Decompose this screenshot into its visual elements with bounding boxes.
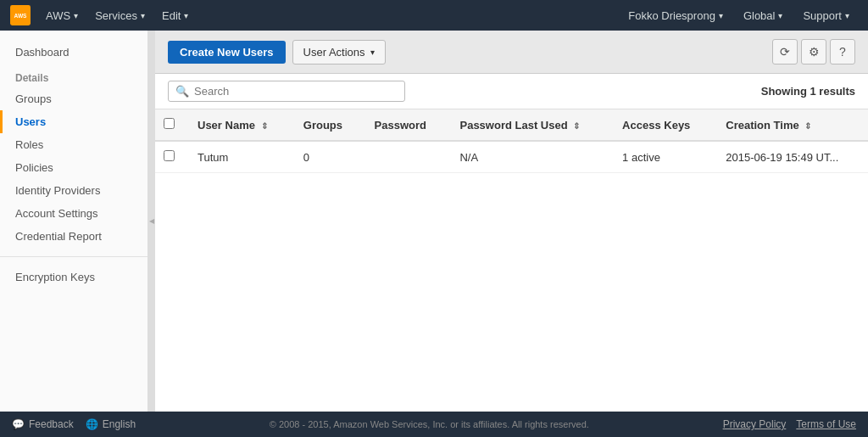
create-users-button[interactable]: Create New Users [168,41,286,64]
select-all-header [155,109,186,141]
main-layout: Dashboard Details Groups Users Roles Pol… [0,31,868,412]
sidebar-item-credential-report[interactable]: Credential Report [0,225,147,248]
sidebar: Dashboard Details Groups Users Roles Pol… [0,31,148,412]
refresh-icon: ⟳ [780,45,790,59]
nav-edit-button[interactable]: Edit ▾ [153,0,197,31]
table-header: User Name ⇕ Groups Password Password Las… [155,109,868,141]
nav-aws-button[interactable]: AWS ▾ [37,0,86,31]
region-caret-icon: ▾ [778,11,782,20]
sort-icon-creation-time: ⇕ [804,121,811,131]
cell-creation-time: 2015-06-19 15:49 UT... [714,141,868,173]
col-header-creation-time[interactable]: Creation Time ⇕ [714,109,868,141]
footer-left: 💬 Feedback 🌐 English [12,418,136,430]
toolbar-right-icons: ⟳ ⚙ ? [772,39,855,64]
sidebar-item-users[interactable]: Users [0,110,147,133]
help-icon: ? [839,45,846,59]
privacy-policy-link[interactable]: Privacy Policy [723,418,787,430]
user-caret-icon: ▾ [719,11,723,20]
gear-icon: ⚙ [809,45,820,59]
cell-password-last-used: N/A [448,141,610,173]
content-area: Create New Users User Actions ▾ ⟳ ⚙ ? 🔍 [155,31,868,412]
footer-copyright: © 2008 - 2015, Amazon Web Services, Inc.… [136,419,723,429]
top-navigation: AWS AWS ▾ Services ▾ Edit ▾ Fokko Driesp… [0,0,868,31]
user-actions-caret-icon: ▾ [370,48,375,57]
toolbar: Create New Users User Actions ▾ ⟳ ⚙ ? [155,31,868,74]
svg-text:AWS: AWS [14,13,27,19]
sidebar-item-account-settings[interactable]: Account Settings [0,202,147,225]
nav-support-button[interactable]: Support ▾ [794,0,858,31]
table-row[interactable]: Tutum 0 N/A 1 active 2015-06-19 15:49 UT… [155,141,868,173]
sort-icon-password-last-used: ⇕ [573,121,580,131]
refresh-button[interactable]: ⟳ [772,39,798,64]
services-caret-icon: ▾ [141,11,145,20]
terms-of-use-link[interactable]: Terms of Use [796,418,856,430]
users-table-wrap: User Name ⇕ Groups Password Password Las… [155,109,868,412]
feedback-item[interactable]: 💬 Feedback [12,418,74,430]
search-input[interactable] [194,85,398,98]
aws-logo[interactable]: AWS [10,5,31,25]
search-input-wrap: 🔍 [168,81,405,102]
help-button[interactable]: ? [830,39,855,64]
sidebar-item-encryption-keys[interactable]: Encryption Keys [0,266,147,289]
footer: 💬 Feedback 🌐 English © 2008 - 2015, Amaz… [0,412,868,437]
select-all-checkbox[interactable] [164,118,175,129]
sort-icon-username: ⇕ [261,121,268,131]
search-bar: 🔍 Showing 1 results [155,74,868,109]
edit-caret-icon: ▾ [184,11,188,20]
nav-user-button[interactable]: Fokko Driesprong ▾ [620,0,732,31]
users-table: User Name ⇕ Groups Password Password Las… [155,109,868,173]
footer-right: Privacy Policy Terms of Use [723,418,856,430]
support-caret-icon: ▾ [845,11,849,20]
aws-caret-icon: ▾ [74,11,78,20]
col-header-password: Password [363,109,448,141]
search-icon: 🔍 [175,85,189,98]
nav-right-section: Fokko Driesprong ▾ Global ▾ Support ▾ [620,0,858,31]
user-actions-button[interactable]: User Actions ▾ [292,40,386,64]
col-header-username[interactable]: User Name ⇕ [186,109,292,141]
chat-icon: 💬 [12,418,25,430]
cell-username: Tutum [186,141,292,173]
table-body: Tutum 0 N/A 1 active 2015-06-19 15:49 UT… [155,141,868,173]
sidebar-item-groups[interactable]: Groups [0,87,147,110]
sidebar-item-dashboard[interactable]: Dashboard [0,41,147,64]
sidebar-divider [0,256,147,257]
row-checkbox-cell [155,141,186,173]
results-count: Showing 1 results [761,85,855,98]
col-header-password-last-used[interactable]: Password Last Used ⇕ [448,109,610,141]
nav-region-button[interactable]: Global ▾ [735,0,792,31]
sidebar-item-identity-providers[interactable]: Identity Providers [0,179,147,202]
sidebar-spacer [0,289,147,401]
cell-password [363,141,448,173]
sidebar-resize-handle[interactable] [148,31,155,412]
col-header-access-keys: Access Keys [610,109,714,141]
cell-access-keys: 1 active [610,141,714,173]
aws-logo-icon: AWS [10,5,31,25]
col-header-groups: Groups [292,109,363,141]
sidebar-item-policies[interactable]: Policies [0,156,147,179]
language-item[interactable]: 🌐 English [86,418,136,430]
sidebar-item-roles[interactable]: Roles [0,133,147,156]
row-checkbox[interactable] [164,150,175,161]
nav-services-button[interactable]: Services ▾ [86,0,153,31]
cell-groups: 0 [292,141,363,173]
sidebar-details-label: Details [0,64,147,87]
settings-button[interactable]: ⚙ [801,39,826,64]
globe-icon: 🌐 [86,418,98,430]
